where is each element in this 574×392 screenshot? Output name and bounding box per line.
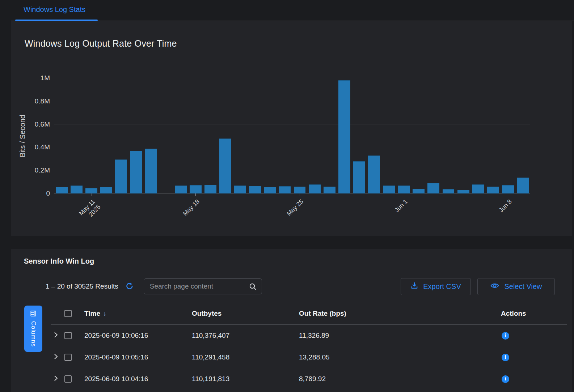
chevron-right-icon [54,353,58,362]
chart-title: Windows Log Output Rate Over Time [25,38,177,49]
bar[interactable] [517,178,529,193]
bar[interactable] [487,187,499,193]
bar-slot [381,78,396,193]
y-axis-label: Bits / Second [18,115,27,157]
bar[interactable] [338,80,350,193]
bar-series [54,78,530,193]
bar[interactable] [234,186,246,193]
y-tick-label: 1M [41,74,50,82]
bar[interactable] [115,159,127,193]
bar[interactable] [190,185,202,193]
row-expander[interactable] [51,332,64,340]
cell-out-rate: 13,288.05 [299,353,501,361]
row-expander[interactable] [51,353,64,362]
bar[interactable] [309,184,321,193]
column-header-outbytes[interactable]: Outbytes [192,310,299,318]
bar-slot [159,78,173,193]
search-icon[interactable] [249,282,257,293]
bar[interactable] [324,187,335,193]
bar[interactable] [204,185,216,193]
bar[interactable] [130,151,142,193]
select-view-label: Select View [504,282,542,291]
bar-slot [69,78,84,193]
bar-slot [262,78,277,193]
row-checkbox[interactable] [64,375,72,383]
bar[interactable] [175,186,187,193]
cell-out-rate: 11,326.89 [299,332,501,340]
x-tick-label: May 18 [181,198,201,217]
bar[interactable] [279,186,291,193]
bar-slot [54,78,69,193]
refresh-button[interactable] [125,282,134,291]
bar[interactable] [85,188,97,193]
y-tick-label: 0.4M [35,143,50,151]
chevron-right-icon [54,332,58,340]
bar-slot [396,78,411,193]
column-header-time[interactable]: Time↓ [84,310,192,318]
bar[interactable] [249,186,261,193]
bar-slot [456,78,471,193]
results-count: 1 – 20 of 30525 Results [46,282,118,290]
x-tick-label: May 25 [286,198,305,217]
bar[interactable] [56,187,68,193]
search-box [144,278,262,294]
info-icon[interactable]: i [502,375,509,383]
column-header-out-rate[interactable]: Out Rate (bps) [299,310,501,318]
bar[interactable] [383,186,395,193]
info-icon[interactable]: i [502,332,509,340]
bar[interactable] [219,139,231,193]
bar-slot [411,78,426,193]
cell-outbytes: 110,376,407 [192,332,299,340]
bar[interactable] [502,185,514,193]
bar-slot [441,78,456,193]
bar-slot [322,78,337,193]
table-header-row: Time↓ Outbytes Out Rate (bps) Actions [11,306,572,321]
tab-bar: Windows Log Stats [0,0,574,21]
export-csv-button[interactable]: Export CSV [401,278,471,295]
bar[interactable] [368,155,380,193]
select-view-button[interactable]: Select View [477,278,555,295]
bar[interactable] [264,187,276,193]
bar[interactable] [398,186,410,193]
row-checkbox[interactable] [64,354,72,361]
y-tick-label: 0 [46,189,50,197]
bar-slot [486,78,501,193]
row-expander[interactable] [51,375,64,383]
bar-slot [367,78,381,193]
bar-slot [128,78,143,193]
bar[interactable] [353,161,365,193]
bar[interactable] [294,187,306,193]
chevron-right-icon [54,375,58,383]
table-section-title: Sensor Info Win Log [24,257,94,265]
x-tick-label: Jun 1 [393,198,409,214]
bar[interactable] [413,189,425,193]
bar[interactable] [71,186,83,193]
select-all-checkbox[interactable] [64,310,72,317]
bar-slot [337,78,352,193]
y-tick-label: 0.6M [35,120,50,128]
x-tick-mark [508,193,508,196]
export-csv-label: Export CSV [423,282,461,291]
bar-slot [426,78,441,193]
search-input[interactable] [144,279,262,294]
bar[interactable] [145,149,157,193]
x-tick-mark [300,193,300,196]
x-tick-mark [195,193,196,196]
bar-slot [144,78,159,193]
bar[interactable] [427,183,439,193]
table-panel: Sensor Info Win Log 1 – 20 of 30525 Resu… [11,249,572,392]
bar-slot [248,78,262,193]
bar-slot [84,78,99,193]
refresh-icon [125,282,134,291]
bar[interactable] [443,189,455,193]
bar-slot [471,78,486,193]
row-checkbox[interactable] [64,332,72,339]
info-icon[interactable]: i [502,354,509,361]
bar-slot [188,78,203,193]
cell-time: 2025-06-09 10:06:16 [84,332,192,340]
table-row: 2025-06-09 10:06:16 110,376,407 11,326.8… [11,325,572,346]
x-tick-mark [92,193,92,196]
bar[interactable] [457,190,469,193]
bar[interactable] [100,187,112,194]
bar[interactable] [472,184,484,193]
